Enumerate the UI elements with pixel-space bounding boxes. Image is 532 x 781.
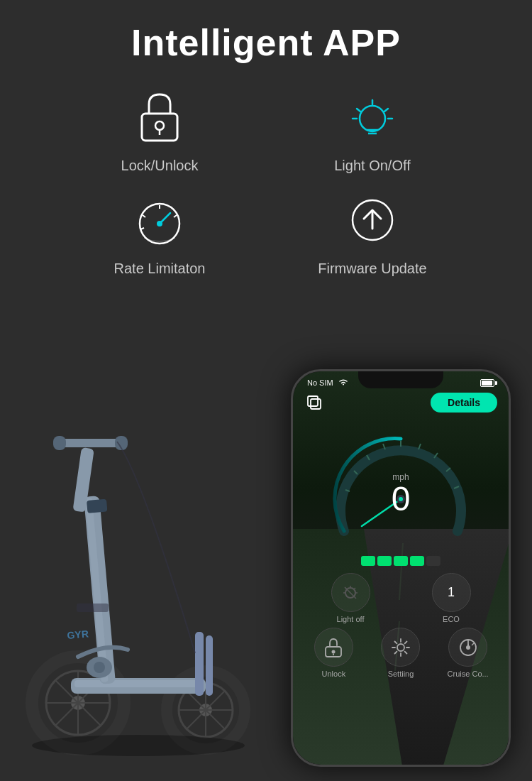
speedometer-display: mph 0 (293, 421, 509, 563)
cruise-control[interactable]: Cruise Co... (440, 628, 497, 678)
light-off-control[interactable]: Light off (322, 573, 379, 623)
phone-mockup: No SIM 5:44 PM (291, 369, 511, 767)
svg-point-39 (94, 662, 105, 673)
lock-unlock-label: Lock/Unlock (121, 158, 199, 174)
light-off-label: Light off (337, 615, 365, 623)
phone-body: No SIM 5:44 PM (291, 369, 511, 767)
bottom-section: GYR (0, 369, 532, 781)
feature-rate: Rate Limitaton (53, 188, 266, 277)
svg-line-10 (357, 109, 360, 111)
page-title: Intelligent APP (0, 0, 532, 64)
svg-line-14 (174, 215, 177, 217)
svg-point-1 (155, 121, 164, 130)
cruise-label: Cruise Co... (448, 670, 489, 678)
details-button[interactable]: Details (431, 393, 497, 413)
svg-point-49 (32, 735, 245, 756)
settings-label: Settiing (388, 670, 414, 678)
app-header: Details (293, 387, 509, 418)
svg-line-7 (384, 109, 388, 111)
svg-rect-44 (87, 499, 107, 513)
unlock-label: Unlock (322, 670, 346, 678)
svg-rect-54 (308, 396, 318, 406)
svg-point-77 (397, 644, 404, 651)
firmware-label: Firmware Update (318, 261, 426, 277)
phone-content: No SIM 5:44 PM (293, 371, 509, 678)
svg-point-75 (332, 650, 336, 653)
eco-button[interactable]: 1 (432, 573, 471, 612)
speed-display: mph 0 (392, 472, 411, 516)
eco-control[interactable]: 1 ECO (423, 573, 480, 623)
light-label: Light On/Off (334, 158, 410, 174)
settings-button[interactable] (381, 628, 420, 667)
battery-status-icon (480, 379, 494, 387)
no-sim-text: No SIM (307, 378, 333, 387)
copy-icon (304, 393, 324, 413)
svg-line-72 (354, 588, 356, 590)
feature-light: Light On/Off (266, 85, 479, 174)
phone-screen: No SIM 5:44 PM (293, 371, 509, 765)
svg-rect-0 (142, 114, 177, 141)
status-left: No SIM (307, 378, 348, 387)
eco-value: 1 (448, 585, 455, 600)
upload-icon (340, 188, 404, 252)
feature-lock-unlock: Lock/Unlock (53, 85, 266, 174)
svg-point-3 (360, 106, 385, 131)
scooter-image: GYR (14, 390, 255, 760)
lock-icon (128, 85, 192, 149)
settings-control[interactable]: Settiing (372, 628, 429, 678)
feature-firmware: Firmware Update (266, 188, 479, 277)
svg-rect-42 (53, 436, 66, 450)
wifi-icon (338, 378, 348, 387)
unlock-button[interactable] (314, 628, 353, 667)
svg-rect-45 (77, 604, 109, 612)
svg-rect-35 (74, 680, 202, 687)
svg-line-13 (143, 215, 145, 217)
speedometer-icon (128, 188, 192, 252)
control-row-1: Light off 1 ECO (293, 573, 509, 623)
unlock-control[interactable]: Unlock (305, 628, 362, 678)
light-icon (340, 85, 404, 149)
speedometer-container: mph 0 (323, 421, 479, 563)
svg-point-17 (157, 221, 162, 226)
svg-rect-53 (311, 399, 321, 409)
rate-label: Rate Limitaton (114, 261, 206, 277)
svg-line-81 (472, 643, 474, 645)
eco-label: ECO (443, 615, 460, 623)
control-row-2: Unlock Settiing (293, 628, 509, 678)
features-grid: Lock/Unlock Light On/Off (53, 85, 479, 277)
speed-value: 0 (392, 480, 411, 518)
svg-rect-48 (206, 635, 213, 696)
status-right (480, 379, 494, 387)
light-off-button[interactable] (331, 573, 370, 612)
svg-rect-47 (195, 632, 204, 696)
cruise-button[interactable] (448, 628, 487, 667)
phone-notch (358, 371, 443, 388)
svg-text:GYR: GYR (67, 628, 89, 641)
